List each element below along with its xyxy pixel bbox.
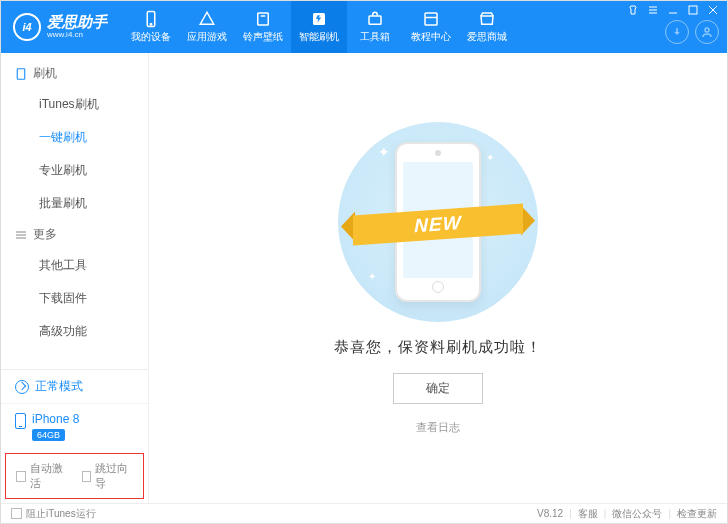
minimize-icon[interactable] [666,4,680,16]
nav-my-device[interactable]: 我的设备 [123,1,179,53]
brand-url: www.i4.cn [47,31,107,40]
nav-toolbox[interactable]: 工具箱 [347,1,403,53]
check-update-link[interactable]: 检查更新 [677,507,717,521]
nav-label: 我的设备 [131,30,171,44]
refresh-icon [15,380,29,394]
version-label: V8.12 [537,508,563,519]
nav-tutorials[interactable]: 教程中心 [403,1,459,53]
skip-guide-checkbox[interactable]: 跳过向导 [82,461,134,491]
view-log-link[interactable]: 查看日志 [416,420,460,435]
user-button[interactable] [695,20,719,44]
device-mode[interactable]: 正常模式 [1,370,148,403]
checkbox-label: 阻止iTunes运行 [26,507,96,521]
nav-label: 工具箱 [360,30,390,44]
svg-rect-6 [425,13,437,25]
maximize-icon[interactable] [686,4,700,16]
ribbon-text: NEW [353,203,523,245]
menu-lines-icon [15,229,27,241]
store-icon [478,10,496,28]
sidebar-item-advanced[interactable]: 高级功能 [1,315,148,348]
nav-ringtones[interactable]: 铃声壁纸 [235,1,291,53]
brand-name: 爱思助手 [47,14,107,31]
download-button[interactable] [665,20,689,44]
svg-rect-16 [17,68,25,79]
block-itunes-checkbox[interactable]: 阻止iTunes运行 [11,507,96,521]
device-storage-badge: 64GB [32,429,65,441]
nav-label: 铃声壁纸 [243,30,283,44]
success-message: 恭喜您，保资料刷机成功啦！ [334,338,542,357]
music-icon [254,10,272,28]
support-link[interactable]: 客服 [578,507,598,521]
sidebar-item-itunes-flash[interactable]: iTunes刷机 [1,88,148,121]
success-illustration: ✦ ✦ ✦ NEW [338,122,538,322]
ok-button[interactable]: 确定 [393,373,483,404]
flash-icon [310,10,328,28]
nav-label: 智能刷机 [299,30,339,44]
menu-icon[interactable] [646,4,660,16]
new-ribbon: NEW [353,199,523,249]
app-header: i4 爱思助手 www.i4.cn 我的设备 应用游戏 铃声壁纸 智能刷机 工具… [1,1,727,53]
wechat-link[interactable]: 微信公众号 [612,507,662,521]
section-title: 刷机 [33,65,57,82]
nav-label: 教程中心 [411,30,451,44]
sparkle-icon: ✦ [486,152,494,163]
device-row[interactable]: iPhone 8 64GB [1,403,148,449]
nav-store[interactable]: 爱思商城 [459,1,515,53]
nav-flash[interactable]: 智能刷机 [291,1,347,53]
top-nav: 我的设备 应用游戏 铃声壁纸 智能刷机 工具箱 教程中心 爱思商城 [123,1,515,53]
sparkle-icon: ✦ [368,271,376,282]
nav-apps[interactable]: 应用游戏 [179,1,235,53]
sidebar-item-batch-flash[interactable]: 批量刷机 [1,187,148,220]
sidebar: 刷机 iTunes刷机 一键刷机 专业刷机 批量刷机 更多 其他工具 下载固件 … [1,53,149,503]
section-title: 更多 [33,226,57,243]
book-icon [422,10,440,28]
checkbox-label: 自动激活 [30,461,68,491]
svg-rect-2 [258,13,269,25]
sidebar-section-flash: 刷机 [1,59,148,88]
checkbox-label: 跳过向导 [95,461,133,491]
phone-outline-icon [15,68,27,80]
flash-options-highlighted: 自动激活 跳过向导 [5,453,144,499]
sidebar-section-more: 更多 [1,220,148,249]
svg-point-1 [150,24,152,26]
nav-label: 爱思商城 [467,30,507,44]
sidebar-item-oneclick-flash[interactable]: 一键刷机 [1,121,148,154]
device-name: iPhone 8 [32,412,79,426]
mode-label: 正常模式 [35,378,83,395]
sidebar-item-other-tools[interactable]: 其他工具 [1,249,148,282]
phone-icon [142,10,160,28]
device-phone-icon [15,413,26,429]
sparkle-icon: ✦ [378,144,390,160]
apps-icon [198,10,216,28]
svg-point-15 [705,28,709,32]
close-icon[interactable] [706,4,720,16]
skin-icon[interactable] [626,4,640,16]
sidebar-item-pro-flash[interactable]: 专业刷机 [1,154,148,187]
toolbox-icon [366,10,384,28]
logo: i4 爱思助手 www.i4.cn [1,13,119,41]
logo-icon: i4 [13,13,41,41]
main-content: ✦ ✦ ✦ NEW 恭喜您，保资料刷机成功啦！ 确定 查看日志 [149,53,727,503]
nav-label: 应用游戏 [187,30,227,44]
svg-rect-5 [369,16,381,24]
sidebar-item-download-firmware[interactable]: 下载固件 [1,282,148,315]
status-bar: 阻止iTunes运行 V8.12 | 客服 | 微信公众号 | 检查更新 [1,503,727,523]
svg-rect-12 [689,6,697,14]
auto-activate-checkbox[interactable]: 自动激活 [16,461,68,491]
